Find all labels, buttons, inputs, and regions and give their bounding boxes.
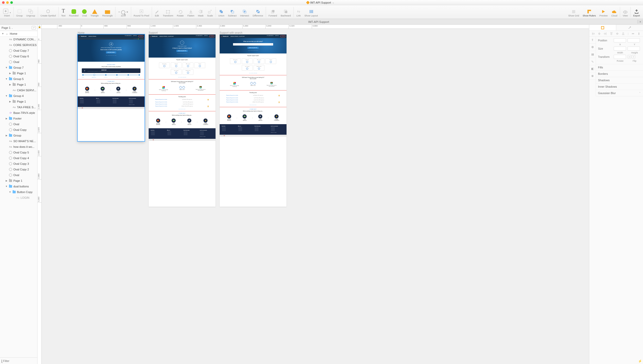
tab-imt-api-support[interactable]: IMT-API Support [0,19,637,25]
alignment-controls[interactable]: | [589,31,643,37]
layer-row[interactable]: AaLOGIN [0,195,37,201]
ruler-origin[interactable]: 🔒 [38,25,42,29]
layer-row[interactable]: AaTAX-FREE S... [0,104,37,110]
filter-input[interactable] [3,359,39,362]
backward-button[interactable]: Backward [279,7,292,17]
flip-v-button[interactable]: ⥑ [632,55,635,59]
rectangle-tool[interactable]: Rectangle [101,7,114,17]
settings-icon[interactable]: ⚙ [589,44,596,51]
zoom-window[interactable] [10,1,13,4]
layer-row[interactable]: Oval Copy 7 [0,48,37,53]
forward-button[interactable]: Forward [267,7,279,17]
minimize-window[interactable] [6,1,9,4]
oval-tool[interactable]: Oval [81,7,88,17]
layer-row[interactable]: ▼dual buttons [0,184,37,189]
layer-row[interactable]: ▶Page 1 [0,82,37,87]
layer-row[interactable]: AaSO WHAT'S NE... [0,138,37,144]
round-to-pixel-button[interactable]: Round To Pixel [132,7,151,17]
layout-icon[interactable]: ▤ [589,51,596,58]
transform-tool[interactable]: Transform [161,7,175,17]
mask-tool[interactable]: Mask [197,7,205,17]
export-button[interactable]: Export [632,7,641,17]
canvas-area[interactable]: 🔒 -48004809601,4401,9202,4002,8803,3603,… [38,25,589,364]
layer-row[interactable]: Oval [0,172,37,178]
layer-row[interactable]: ▼Group 7 [0,65,37,70]
edit-tool[interactable]: Edit [153,7,161,17]
pos-y-input[interactable] [628,38,640,42]
tab-prototype[interactable] [616,25,643,31]
layer-row[interactable]: Oval [0,59,37,65]
layer-row[interactable]: AaCORE SERVICES [0,42,37,48]
canvas[interactable]: Home ◆TRAVELEX DEVELOPERSDOCUMENTATIONSU… [42,29,589,364]
scale-tool[interactable]: Scale [206,7,215,17]
show-layout-button[interactable]: Show Layout [303,7,319,17]
resize-icon[interactable]: ⤡ [589,58,596,65]
preview-button[interactable]: Preview [598,7,609,17]
add-icon[interactable]: ⊕ [589,72,596,80]
artboard-label-home[interactable]: Home [78,31,85,34]
group-button[interactable]: Group [15,7,24,17]
show-rulers-button[interactable]: Show Rulers [581,7,597,17]
layer-row[interactable]: ▼⌂Home [0,31,37,37]
page-selector[interactable]: Page 1 ⌄ ⤢ [0,25,37,31]
rotate-input[interactable] [614,55,626,59]
show-grid-button[interactable]: Show Grid [567,7,581,17]
height-input[interactable] [628,47,640,51]
layer-tree[interactable]: ▼⌂HomeAaDYNAMIC CON...AaCORE SERVICESOva… [0,31,37,357]
layer-row[interactable]: ▼Group 4 [0,93,37,99]
blur-section[interactable]: Gaussian Blur⌃ [596,90,643,96]
export-icon[interactable]: ⇪ [589,37,596,44]
fills-section[interactable]: Fills [596,64,643,71]
difference-tool[interactable]: Difference [251,7,265,17]
rounded-tool[interactable]: Rounded [68,7,80,17]
layer-row[interactable]: ⟳Base-TRVX-style [0,110,37,116]
horizontal-ruler[interactable]: -48004809601,4401,9202,4002,8803,3603,84… [42,25,589,29]
layer-row[interactable]: Oval Copy 5 [0,150,37,155]
layer-row[interactable]: ▶Page 1 [0,99,37,104]
layer-row[interactable]: Oval Copy 2 [0,167,37,172]
view-button[interactable]: View [621,7,629,17]
artboard-support-search[interactable]: ◆TRAVELEX DEVELOPERS | SUPPORTDOCUMENTAT… [220,34,287,207]
artboard-label-support-search[interactable]: Support with search [220,31,242,34]
shadows-section[interactable]: Shadows [596,77,643,84]
create-symbol-button[interactable]: Create Symbol [39,7,58,17]
zoom-control[interactable]: −+ 21% [117,7,130,17]
close-window[interactable] [2,1,5,4]
plugin-bolt-icon[interactable]: ⚡ [638,359,642,363]
artboard-support[interactable]: ◆TRAVELEX DEVELOPERS | SUPPORTDOCUMENTAT… [149,34,216,207]
artboard-label-support[interactable]: Support [149,31,158,34]
layer-row[interactable]: ▼Group 5 [0,76,37,82]
layer-row[interactable]: AaCASH SERVI... [0,87,37,93]
triangle-tool[interactable]: Triangle [89,7,100,17]
chevron-down-icon[interactable]: ⌄ [332,1,334,4]
expand-pages-icon[interactable]: ⤢ [32,26,36,30]
intersect-tool[interactable]: Intersect [239,7,251,17]
layer-filter[interactable] [0,357,37,364]
shadow-icon[interactable]: ◧ [589,65,596,72]
layer-row[interactable]: Oval Copy 4 [0,155,37,161]
layer-row[interactable]: ▶Footer [0,116,37,121]
layer-row[interactable]: AaDYNAMIC CON... [0,37,37,42]
ungroup-button[interactable]: Ungroup [25,7,37,17]
tab-design[interactable] [589,25,616,31]
layer-row[interactable]: ▼Button Copy [0,189,37,195]
borders-section[interactable]: Borders [596,71,643,77]
link-button[interactable]: Link [295,7,302,17]
inner-shadows-section[interactable]: Inner Shadows [596,84,643,90]
layer-row[interactable]: Aahow does it wo... [0,144,37,150]
union-tool[interactable]: Union [217,7,226,17]
flip-h-button[interactable]: ⥐ [628,55,631,59]
width-input[interactable] [614,47,626,51]
text-tool[interactable]: TText [60,7,67,17]
layer-row[interactable]: ▶Page 1 [0,70,37,76]
layer-row[interactable]: Oval Copy 3 [0,161,37,167]
rotate-tool[interactable]: Rotate [175,7,185,17]
artboard-home[interactable]: ◆TRAVELEX DEVELOPERSDOCUMENTATIONSUPPORT… [78,34,145,141]
subtract-tool[interactable]: Subtract [226,7,238,17]
insert-menu[interactable]: ＋▾ Insert [2,7,12,17]
vertical-ruler[interactable]: 04809601,4401,9202,4002,8803,360 [38,29,42,364]
cloud-button[interactable]: Cloud [610,7,619,17]
layer-row[interactable]: ▶Group [0,133,37,138]
layer-row[interactable]: ▶Page 1 [0,178,37,184]
layer-row[interactable]: Oval Copy 6 [0,53,37,59]
